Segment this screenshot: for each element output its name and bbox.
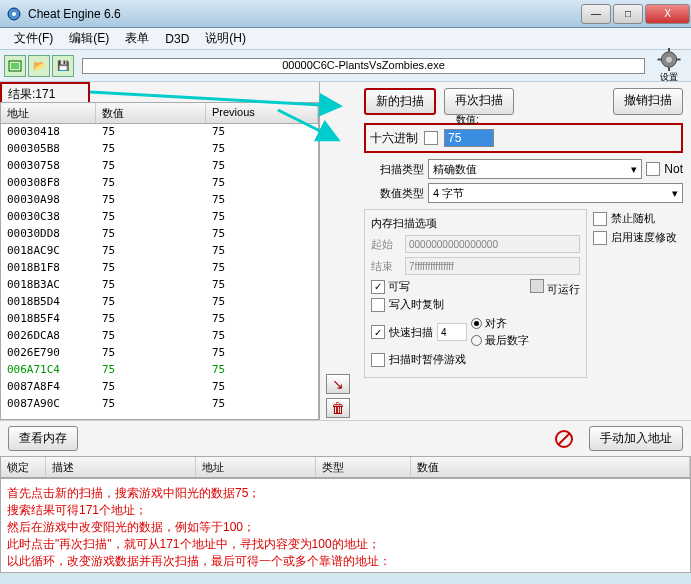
delete-button[interactable]: 🗑 xyxy=(326,398,350,418)
window-title: Cheat Engine 6.6 xyxy=(28,7,580,21)
table-row[interactable]: 0026E7907575 xyxy=(1,345,318,362)
next-scan-button[interactable]: 再次扫描 xyxy=(444,88,514,115)
end-address-input[interactable] xyxy=(405,257,580,275)
results-count-label: 结果:171 xyxy=(0,82,90,102)
view-memory-button[interactable]: 查看内存 xyxy=(8,426,78,451)
table-row[interactable]: 0087A90C7575 xyxy=(1,396,318,413)
table-row[interactable]: 00030A987575 xyxy=(1,192,318,209)
writable-checkbox[interactable] xyxy=(371,280,385,294)
manual-add-button[interactable]: 手动加入地址 xyxy=(589,426,683,451)
table-row[interactable]: 0018B5D47575 xyxy=(1,294,318,311)
new-scan-button[interactable]: 新的扫描 xyxy=(364,88,436,115)
start-address-input[interactable] xyxy=(405,235,580,253)
results-header: 地址 数值 Previous xyxy=(0,102,319,124)
table-row[interactable]: 000308F87575 xyxy=(1,175,318,192)
disable-random-checkbox[interactable] xyxy=(593,212,607,226)
hex-checkbox[interactable] xyxy=(424,131,438,145)
close-button[interactable]: X xyxy=(645,4,690,24)
chevron-down-icon: ▾ xyxy=(672,187,678,200)
table-row[interactable]: 0026DCA87575 xyxy=(1,328,318,345)
aligned-radio[interactable] xyxy=(471,318,482,329)
settings-button[interactable]: 设置 xyxy=(651,48,687,84)
address-list-header: 锁定 描述 地址 类型 数值 xyxy=(0,456,691,478)
tutorial-text: 首先点击新的扫描，搜索游戏中阳光的数据75； 搜索结果可得171个地址； 然后在… xyxy=(0,478,691,573)
copy-on-write-checkbox[interactable] xyxy=(371,298,385,312)
minimize-button[interactable]: — xyxy=(581,4,611,24)
menu-d3d[interactable]: D3D xyxy=(157,30,197,48)
last-digit-radio[interactable] xyxy=(471,335,482,346)
table-row[interactable]: 0018AC9C7575 xyxy=(1,243,318,260)
menu-table[interactable]: 表单 xyxy=(117,28,157,49)
table-row[interactable]: 000305B87575 xyxy=(1,141,318,158)
table-row[interactable]: 0018B5F47575 xyxy=(1,311,318,328)
menu-edit[interactable]: 编辑(E) xyxy=(61,28,117,49)
add-to-list-button[interactable]: ↘ xyxy=(326,374,350,394)
svg-rect-3 xyxy=(11,63,19,69)
fast-scan-checkbox[interactable] xyxy=(371,325,385,339)
col-address[interactable]: 地址 xyxy=(1,103,96,123)
table-row[interactable]: 0018B3AC7575 xyxy=(1,277,318,294)
table-row[interactable]: 00030DD87575 xyxy=(1,226,318,243)
svg-point-5 xyxy=(666,56,672,62)
maximize-button[interactable]: □ xyxy=(613,4,643,24)
stop-icon[interactable] xyxy=(553,428,575,450)
table-row[interactable]: 0018B1F87575 xyxy=(1,260,318,277)
pause-on-scan-checkbox[interactable] xyxy=(371,353,385,367)
open-process-button[interactable] xyxy=(4,55,26,77)
scan-value-input[interactable] xyxy=(444,129,494,147)
table-row[interactable]: 000307587575 xyxy=(1,158,318,175)
menu-file[interactable]: 文件(F) xyxy=(6,28,61,49)
undo-scan-button[interactable]: 撤销扫描 xyxy=(613,88,683,115)
menu-help[interactable]: 说明(H) xyxy=(197,28,254,49)
runnable-checkbox[interactable] xyxy=(530,279,544,293)
value-type-combo[interactable]: 4 字节▾ xyxy=(428,183,683,203)
open-file-button[interactable]: 📂 xyxy=(28,55,50,77)
svg-line-14 xyxy=(558,433,570,445)
app-icon xyxy=(6,6,22,22)
hex-label: 十六进制 xyxy=(370,130,418,147)
col-previous[interactable]: Previous xyxy=(206,103,318,123)
results-list[interactable]: 000304187575000305B875750003075875750003… xyxy=(0,124,319,420)
col-value[interactable]: 数值 xyxy=(96,103,206,123)
svg-point-1 xyxy=(12,12,16,16)
not-checkbox[interactable] xyxy=(646,162,660,176)
table-row[interactable]: 000304187575 xyxy=(1,124,318,141)
process-name: 00000C6C-PlantsVsZombies.exe xyxy=(83,59,644,71)
save-button[interactable]: 💾 xyxy=(52,55,74,77)
scan-type-combo[interactable]: 精确数值▾ xyxy=(428,159,642,179)
table-row[interactable]: 0087A8F47575 xyxy=(1,379,318,396)
enable-speed-checkbox[interactable] xyxy=(593,231,607,245)
chevron-down-icon: ▾ xyxy=(631,163,637,176)
fast-scan-value-input[interactable] xyxy=(437,323,467,341)
table-row[interactable]: 006A71C47575 xyxy=(1,362,318,379)
progress-bar: 00000C6C-PlantsVsZombies.exe xyxy=(82,58,645,74)
mem-options-title: 内存扫描选项 xyxy=(371,216,580,231)
table-row[interactable]: 00030C387575 xyxy=(1,209,318,226)
